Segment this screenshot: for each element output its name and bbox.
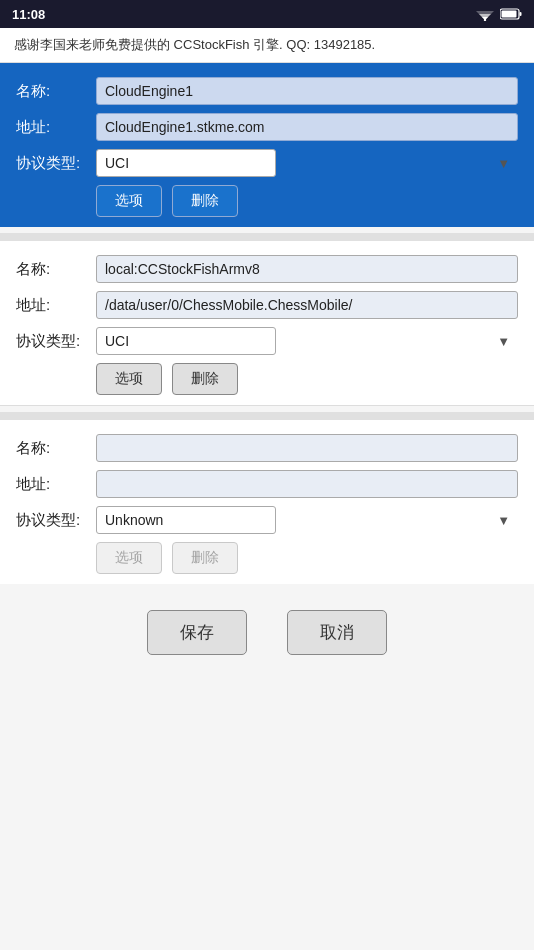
chevron-down-icon-2: ▼	[497, 334, 510, 349]
address-input-2[interactable]	[96, 291, 518, 319]
status-bar: 11:08	[0, 0, 534, 28]
delete-button-2[interactable]: 删除	[172, 363, 238, 395]
name-input-1[interactable]	[96, 77, 518, 105]
engine-card-2: 名称: 地址: 协议类型: UCI UCCI Unknown WB ▼ 选项 删…	[0, 241, 534, 406]
svg-rect-5	[520, 12, 522, 16]
name-label-1: 名称:	[16, 82, 96, 101]
address-input-1[interactable]	[96, 113, 518, 141]
options-button-1[interactable]: 选项	[96, 185, 162, 217]
protocol-row-3: 协议类型: Unknown UCI UCCI WB ▼	[16, 506, 518, 534]
cancel-button[interactable]: 取消	[287, 610, 387, 655]
protocol-label-1: 协议类型:	[16, 154, 96, 173]
name-row-1: 名称:	[16, 77, 518, 105]
protocol-select-3[interactable]: Unknown UCI UCCI WB	[96, 506, 276, 534]
name-label-2: 名称:	[16, 260, 96, 279]
address-label-1: 地址:	[16, 118, 96, 137]
wifi-icon	[476, 8, 494, 21]
name-row-2: 名称:	[16, 255, 518, 283]
options-button-3: 选项	[96, 542, 162, 574]
name-row-3: 名称:	[16, 434, 518, 462]
engine-card-3: 名称: 地址: 协议类型: Unknown UCI UCCI WB ▼ 选项 删…	[0, 420, 534, 584]
chevron-down-icon: ▼	[497, 156, 510, 171]
engine-card-1: 名称: 地址: 协议类型: UCI UCCI Unknown WB ▼ 选项 删…	[0, 63, 534, 227]
time: 11:08	[12, 7, 45, 22]
address-input-3[interactable]	[96, 470, 518, 498]
name-label-3: 名称:	[16, 439, 96, 458]
svg-rect-6	[502, 11, 517, 18]
name-input-3[interactable]	[96, 434, 518, 462]
status-icons	[476, 8, 522, 21]
divider-1	[0, 233, 534, 241]
address-row-1: 地址:	[16, 113, 518, 141]
action-bar: 保存 取消	[0, 590, 534, 685]
address-label-3: 地址:	[16, 475, 96, 494]
delete-button-1[interactable]: 删除	[172, 185, 238, 217]
address-row-3: 地址:	[16, 470, 518, 498]
protocol-label-3: 协议类型:	[16, 511, 96, 530]
chevron-down-icon-3: ▼	[497, 513, 510, 528]
protocol-select-wrapper-2: UCI UCCI Unknown WB ▼	[96, 327, 518, 355]
protocol-row-2: 协议类型: UCI UCCI Unknown WB ▼	[16, 327, 518, 355]
protocol-select-wrapper-1: UCI UCCI Unknown WB ▼	[96, 149, 518, 177]
delete-button-3: 删除	[172, 542, 238, 574]
options-button-2[interactable]: 选项	[96, 363, 162, 395]
protocol-row-1: 协议类型: UCI UCCI Unknown WB ▼	[16, 149, 518, 177]
protocol-select-wrapper-3: Unknown UCI UCCI WB ▼	[96, 506, 518, 534]
save-button[interactable]: 保存	[147, 610, 247, 655]
address-label-2: 地址:	[16, 296, 96, 315]
name-input-2[interactable]	[96, 255, 518, 283]
btn-row-1: 选项 删除	[96, 185, 518, 217]
divider-2	[0, 412, 534, 420]
protocol-label-2: 协议类型:	[16, 332, 96, 351]
battery-icon	[500, 8, 522, 20]
btn-row-2: 选项 删除	[96, 363, 518, 395]
btn-row-3: 选项 删除	[96, 542, 518, 574]
protocol-select-1[interactable]: UCI UCCI Unknown WB	[96, 149, 276, 177]
address-row-2: 地址:	[16, 291, 518, 319]
notice-bar: 感谢李国来老师免费提供的 CCStockFish 引擎. QQ: 1349218…	[0, 28, 534, 63]
notice-text: 感谢李国来老师免费提供的 CCStockFish 引擎. QQ: 1349218…	[14, 37, 375, 52]
protocol-select-2[interactable]: UCI UCCI Unknown WB	[96, 327, 276, 355]
